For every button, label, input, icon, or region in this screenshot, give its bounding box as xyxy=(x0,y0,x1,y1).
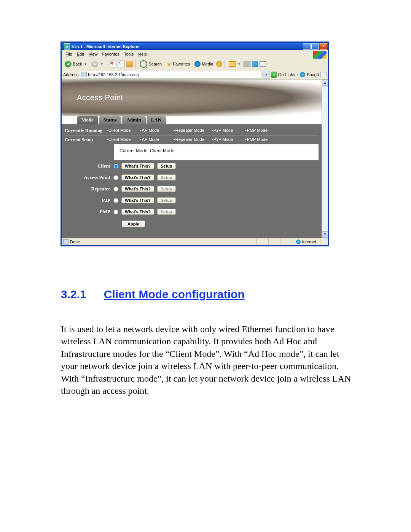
back-dropdown-icon[interactable]: ▼ xyxy=(84,62,87,66)
whats-this-client[interactable]: What's This? xyxy=(121,163,154,169)
back-arrow-icon: ◄ xyxy=(65,61,72,67)
row-dot: . xyxy=(279,137,280,143)
cell-ap[interactable]: AP Mode xyxy=(140,137,170,143)
discuss-icon[interactable] xyxy=(260,61,266,67)
nav-tabs: Mode Status Admin LAN xyxy=(62,116,322,124)
mail-dropdown-icon[interactable]: ▼ xyxy=(237,62,241,66)
whats-this-p2p[interactable]: What's This? xyxy=(121,197,154,203)
page-icon xyxy=(63,239,68,244)
minimize-button[interactable]: _ xyxy=(303,43,311,50)
radio-ap[interactable] xyxy=(113,175,118,180)
setup-client[interactable]: Setup xyxy=(157,163,176,169)
go-arrow-icon: ➔ xyxy=(271,72,277,78)
print-icon[interactable] xyxy=(244,61,250,67)
setup-pmp[interactable]: Setup xyxy=(157,209,176,215)
menu-tools[interactable]: Tools xyxy=(122,51,136,57)
address-input[interactable]: http://192.168.2.1/main.asp xyxy=(80,71,261,78)
window-title: 5-in-1 - Microsoft Internet Explorer xyxy=(72,44,303,49)
banner-title: Access Point xyxy=(77,93,123,102)
status-text: Done xyxy=(70,240,80,244)
scroll-down-icon[interactable]: ▼ xyxy=(322,231,328,238)
mail-button[interactable]: ▼ xyxy=(227,61,242,67)
cell-repeater[interactable]: Repeater Mode xyxy=(174,128,208,134)
cell-client[interactable]: Client Mode xyxy=(107,128,136,134)
setup-ap[interactable]: Setup xyxy=(157,174,176,181)
scroll-track[interactable] xyxy=(322,86,328,231)
tab-mode[interactable]: Mode xyxy=(77,116,98,124)
tab-status[interactable]: Status xyxy=(99,116,121,124)
cell-pmp[interactable]: PMP Mode xyxy=(245,128,275,134)
favorites-label: Favorites xyxy=(173,62,190,66)
maximize-button[interactable]: □ xyxy=(311,43,319,50)
snagit-capture-icon[interactable] xyxy=(320,72,327,77)
snagit-icon xyxy=(300,72,305,77)
cell-client[interactable]: Client Mode xyxy=(107,137,136,143)
address-dropdown[interactable]: ▼ xyxy=(263,71,269,78)
tab-admin[interactable]: Admin xyxy=(122,116,145,124)
vertical-scrollbar[interactable]: ▲ ▼ xyxy=(322,80,328,238)
ie-window: e 5-in-1 - Microsoft Internet Explorer _… xyxy=(61,42,329,246)
resize-grip[interactable] xyxy=(320,238,328,245)
row-current-setup: Current Setup Client Mode AP Mode Repeat… xyxy=(65,136,319,144)
forward-dropdown-icon[interactable]: ▼ xyxy=(100,62,103,66)
menu-view[interactable]: View xyxy=(86,51,100,57)
toolbar-separator xyxy=(225,60,225,68)
section-heading: 3.2.1Client Mode configuration xyxy=(61,288,354,301)
mode-row-client: Client What's This? Setup xyxy=(65,160,319,172)
favorites-star-icon: ★ xyxy=(166,61,172,68)
snagit-label[interactable]: SnagIt xyxy=(307,72,319,77)
cell-p2p[interactable]: P2P Mode xyxy=(212,128,241,134)
zone-label: Internet xyxy=(302,240,316,244)
current-mode-text: Current Mode: Client Mode xyxy=(118,147,315,155)
windows-flag-icon xyxy=(313,51,327,59)
stop-icon[interactable]: ✖ xyxy=(110,61,116,67)
home-icon[interactable] xyxy=(126,61,133,67)
apply-button[interactable]: Apply xyxy=(122,220,145,227)
go-label: Go xyxy=(278,72,284,77)
cell-ap[interactable]: AP Mode xyxy=(140,128,170,134)
radio-pmp[interactable] xyxy=(113,209,118,214)
back-label: Back xyxy=(73,62,82,66)
links-chevron-icon[interactable]: » xyxy=(296,73,298,77)
whats-this-repeater[interactable]: What's This? xyxy=(121,186,154,192)
menu-edit[interactable]: Edit xyxy=(75,51,86,57)
row-currently-running: Currently Running Client Mode AP Mode Re… xyxy=(65,126,319,136)
media-button[interactable]: Media xyxy=(193,60,215,68)
section-title: Client Mode configuration xyxy=(104,288,245,300)
media-icon xyxy=(194,61,201,67)
edit-icon[interactable] xyxy=(252,61,258,67)
whats-this-ap[interactable]: What's This? xyxy=(121,174,154,181)
status-cell xyxy=(245,238,256,245)
radio-client[interactable] xyxy=(113,164,118,169)
setup-repeater[interactable]: Setup xyxy=(157,186,176,192)
search-button[interactable]: Search xyxy=(138,59,163,69)
status-cell xyxy=(268,238,280,245)
tab-lan[interactable]: LAN xyxy=(147,116,166,124)
whats-this-pmp[interactable]: What's This? xyxy=(121,209,154,215)
cell-repeater[interactable]: Repeater Mode xyxy=(174,137,208,143)
radio-repeater[interactable] xyxy=(113,187,118,192)
links-label[interactable]: Links xyxy=(285,72,295,77)
security-zone[interactable]: Internet xyxy=(292,240,320,244)
page-banner: Access Point xyxy=(62,80,322,116)
radio-p2p[interactable] xyxy=(113,198,118,203)
scroll-up-icon[interactable]: ▲ xyxy=(322,80,328,86)
menu-favorites[interactable]: Favorites xyxy=(100,51,121,57)
go-button[interactable]: ➔ Go xyxy=(271,72,284,78)
titlebar[interactable]: e 5-in-1 - Microsoft Internet Explorer _… xyxy=(62,43,328,50)
close-button[interactable]: × xyxy=(320,43,327,50)
favorites-button[interactable]: ★ Favorites xyxy=(165,60,191,69)
cell-p2p[interactable]: P2P Mode xyxy=(212,137,241,143)
section-number: 3.2.1 xyxy=(61,288,86,301)
address-url: http://192.168.2.1/main.asp xyxy=(88,72,139,77)
forward-button[interactable]: ► ▼ xyxy=(90,60,105,68)
section-paragraph: It is used to let a network device with … xyxy=(61,323,354,397)
menu-file[interactable]: File xyxy=(63,51,75,57)
refresh-icon[interactable]: ↻ xyxy=(118,61,125,67)
menu-help[interactable]: Help xyxy=(136,51,149,57)
mode-label-client: Client xyxy=(65,163,110,169)
setup-p2p[interactable]: Setup xyxy=(157,197,176,203)
history-icon[interactable] xyxy=(216,61,222,67)
cell-pmp[interactable]: PMP Mode xyxy=(245,137,275,143)
back-button[interactable]: ◄ Back ▼ xyxy=(63,60,88,68)
